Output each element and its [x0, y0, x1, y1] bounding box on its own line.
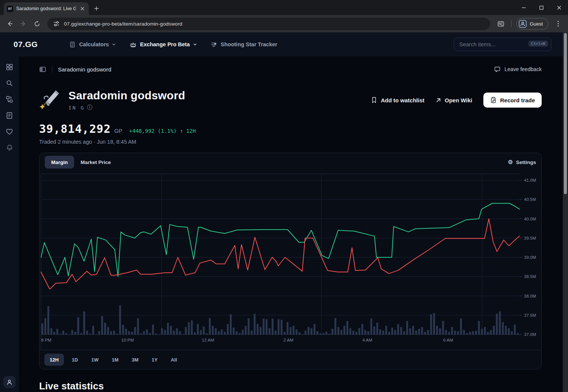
- svg-text:40.5M: 40.5M: [524, 197, 536, 202]
- item-header: Saradomin godsword IN G ⓘ Add to watchli…: [39, 88, 542, 112]
- panel-toggle-icon[interactable]: [39, 66, 46, 73]
- window-controls: [515, 0, 568, 15]
- chart-settings-button[interactable]: ⚙ Settings: [508, 159, 536, 166]
- main-content: Saradomin godsword Leave feedback: [19, 56, 563, 392]
- window-maximize-button[interactable]: [533, 0, 550, 15]
- tab-title: Saradomin godsword: Live GE P: [16, 6, 76, 11]
- account-person-icon[interactable]: [3, 376, 15, 388]
- nav-exchange-label: Exchange Pro Beta: [140, 41, 190, 47]
- site-favicon: 07: [7, 6, 13, 12]
- nav-calculators-label: Calculators: [79, 41, 109, 47]
- breadcrumb: Saradomin godsword Leave feedback: [39, 64, 542, 74]
- nav-exchange-pro-beta[interactable]: Exchange Pro Beta: [130, 41, 196, 48]
- price-unit: GP: [114, 128, 123, 134]
- bookmark-icon: [371, 97, 377, 103]
- screen: 07 Saradomin godsword: Live GE P: [0, 0, 568, 392]
- watchlist-label: Add to watchlist: [381, 97, 424, 103]
- site-page: 07.GG Calculators: [0, 32, 563, 392]
- open-wiki-label: Open Wiki: [445, 97, 472, 103]
- notes-document-icon[interactable]: [6, 112, 13, 119]
- main-nav: Calculators Exchange Pro Beta: [69, 41, 277, 48]
- item-meta: Saradomin godsword IN G ⓘ: [68, 89, 185, 111]
- tab-margin[interactable]: Margin: [45, 156, 74, 169]
- svg-text:37.5M: 37.5M: [524, 313, 536, 318]
- browser-tabstrip: 07 Saradomin godsword: Live GE P: [0, 0, 568, 15]
- search-icon[interactable]: [6, 79, 13, 87]
- nav-shooting-star-tracker[interactable]: Shooting Star Tracker: [211, 41, 278, 48]
- chevron-down-icon: [112, 43, 115, 46]
- item-title: Saradomin godsword: [68, 89, 185, 102]
- svg-text:12 AM: 12 AM: [202, 338, 214, 342]
- notifications-bell-icon[interactable]: [6, 144, 13, 151]
- crown-icon: [130, 41, 137, 48]
- record-trade-button[interactable]: Record trade: [483, 93, 542, 108]
- x-axis-labels: 8 PM10 PM12 AM2 AM4 AM6 AM: [41, 338, 453, 342]
- svg-text:38.0M: 38.0M: [524, 294, 536, 298]
- add-to-watchlist-button[interactable]: Add to watchlist: [371, 97, 424, 103]
- scrollbar-thumb[interactable]: [564, 33, 567, 194]
- left-rail: [0, 56, 19, 392]
- chevron-down-icon: [193, 43, 197, 46]
- timeframe-1w[interactable]: 1W: [86, 354, 104, 366]
- tab-market-price[interactable]: Market Price: [74, 156, 117, 169]
- site-settings-tune-icon[interactable]: [53, 21, 59, 27]
- settings-label: Settings: [516, 160, 536, 165]
- svg-text:39.0M: 39.0M: [524, 255, 536, 260]
- timeframe-1d[interactable]: 1D: [67, 354, 84, 366]
- item-subtitle: IN G ⓘ: [68, 104, 185, 111]
- margin-chart-svg: 41.0M40.5M40.0M39.5M39.0M38.5M38.0M37.5M…: [39, 171, 541, 350]
- item-subtitle-text: IN G: [68, 105, 85, 111]
- url-bar[interactable]: 07.gg/exchange-pro-beta/item/saradomin-g…: [47, 18, 490, 30]
- timeframe-12h[interactable]: 12H: [44, 354, 64, 366]
- header-search: Ctrl+K: [454, 38, 551, 51]
- svg-text:4 AM: 4 AM: [362, 338, 372, 342]
- leave-feedback-button[interactable]: Leave feedback: [494, 66, 542, 73]
- timeframe-row: 12H 1D 1W 1M 3M 1Y All: [39, 350, 541, 369]
- page-scrollbar[interactable]: [563, 32, 568, 392]
- forward-button[interactable]: [17, 18, 29, 30]
- timeframe-3m[interactable]: 3M: [126, 354, 144, 366]
- toolbar-separator: [511, 20, 512, 27]
- y-axis-labels: 41.0M40.5M40.0M39.5M39.0M38.5M38.0M37.5M…: [524, 178, 536, 337]
- price-row: 39,814,292 GP +448,992 (1.1%) ↑ 12H: [39, 122, 542, 135]
- dashboard-grid-icon[interactable]: [6, 63, 13, 71]
- timeframe-1y[interactable]: 1Y: [146, 354, 163, 366]
- timeframe-all[interactable]: All: [166, 354, 182, 366]
- svg-text:2 AM: 2 AM: [284, 338, 293, 342]
- chart-card: Margin Market Price ⚙ Settings 41.0M40.5…: [39, 153, 542, 369]
- margin-chart[interactable]: 41.0M40.5M40.0M39.5M39.0M38.5M38.0M37.5M…: [39, 171, 541, 350]
- item-transfer-icon[interactable]: [6, 96, 13, 103]
- svg-text:40.0M: 40.0M: [524, 217, 536, 221]
- open-wiki-button[interactable]: Open Wiki: [436, 97, 472, 103]
- clipboard-pencil-icon: [490, 97, 497, 103]
- side-panel-search-icon[interactable]: [495, 18, 507, 30]
- browser-toolbar: 07.gg/exchange-pro-beta/item/saradomin-g…: [0, 15, 568, 32]
- window-minimize-button[interactable]: [515, 0, 533, 15]
- info-icon[interactable]: ⓘ: [87, 104, 92, 111]
- window-close-button[interactable]: [550, 0, 568, 15]
- nav-calculators[interactable]: Calculators: [69, 41, 115, 48]
- breadcrumb-item-label[interactable]: Saradomin godsword: [58, 66, 111, 73]
- chat-bubble-icon: [494, 66, 501, 73]
- svg-text:6 AM: 6 AM: [443, 338, 453, 342]
- svg-text:39.5M: 39.5M: [524, 236, 536, 240]
- arrow-up-right-icon: [436, 97, 441, 103]
- svg-text:10 PM: 10 PM: [121, 338, 134, 342]
- profile-button[interactable]: Guest: [516, 18, 548, 30]
- back-button[interactable]: [4, 18, 16, 30]
- item-price: 39,814,292: [39, 122, 111, 135]
- reload-button[interactable]: [31, 18, 43, 30]
- tab-close-icon[interactable]: [79, 5, 86, 12]
- browser-tab[interactable]: 07 Saradomin godsword: Live GE P: [4, 2, 89, 15]
- site-logo[interactable]: 07.GG: [14, 40, 38, 49]
- last-traded-text: Traded 2 minutes ago · Jun 18, 8:45 AM: [39, 139, 542, 145]
- timeframe-1m[interactable]: 1M: [106, 354, 124, 366]
- gear-icon: ⚙: [508, 159, 513, 166]
- favorites-heart-icon[interactable]: [6, 128, 13, 135]
- new-tab-button[interactable]: [91, 3, 102, 14]
- series-sell-price-high: [41, 204, 519, 277]
- browser-menu-kebab-icon[interactable]: [552, 18, 564, 30]
- svg-text:8 PM: 8 PM: [41, 338, 52, 342]
- url-text[interactable]: 07.gg/exchange-pro-beta/item/saradomin-g…: [64, 21, 182, 27]
- svg-text:41.0M: 41.0M: [524, 178, 536, 182]
